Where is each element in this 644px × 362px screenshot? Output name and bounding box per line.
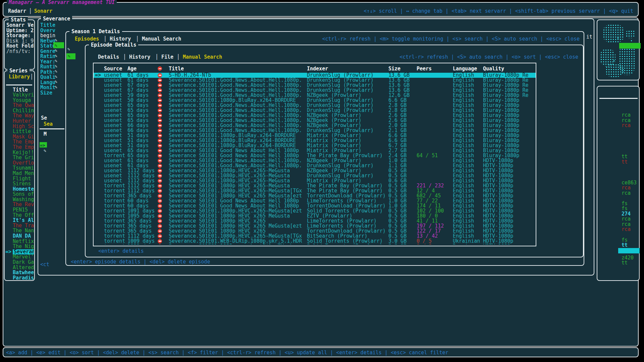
result-row[interactable]: usenet65 daysSeverance.S01E01.Good.News.…	[94, 113, 536, 118]
result-row[interactable]: usenet65 daysSeverance.S01E01.Good.News.…	[94, 118, 536, 123]
result-row[interactable]: usenet65 daysSeverance.S01E01.Good.News.…	[94, 103, 536, 108]
tab-radarr[interactable]: Radarr	[8, 8, 26, 14]
result-row[interactable]: torrent1112 daysSeverance.S01E01.1080p.H…	[94, 188, 536, 193]
cell-language: English	[453, 73, 483, 78]
cell-title: Severance S01E01 Good News About Hell 10…	[169, 198, 307, 203]
series-item[interactable]: It's Al	[5, 218, 34, 223]
cell-language: English	[453, 128, 483, 133]
series-item[interactable]: Paradis	[5, 276, 34, 281]
result-row[interactable]: usenet61 daysSeverance.S01E01.Good.News.…	[94, 158, 536, 163]
selected-season-row-fragment[interactable]: =>	[40, 142, 47, 147]
series-item[interactable]: Sirens	[5, 181, 34, 187]
series-item[interactable]: Washing	[5, 197, 34, 202]
tab-sonarr[interactable]: Sonarr	[34, 8, 52, 14]
series-item[interactable]: Overflo	[5, 161, 34, 166]
result-row[interactable]: torrent65 daysSeverance S01E01 Good News…	[94, 153, 536, 158]
result-row[interactable]: torrent1112 daysSeverance.S01E01.1080p.H…	[94, 234, 536, 239]
tab-manual-search[interactable]: Manual Search	[183, 54, 222, 60]
series-item[interactable]: Sons of	[5, 192, 34, 197]
result-row[interactable]: usenet51 daysSeverance.S01E01.1080p.BluR…	[94, 133, 536, 138]
no-entry-icon	[158, 219, 162, 223]
cell-indexer: Miatrix (Prowlarr)	[307, 138, 388, 143]
cell-size: 2.8 GB	[388, 103, 417, 108]
result-row[interactable]: torrent365 daysSeverance S01E01 1080p HE…	[94, 193, 536, 198]
tab-file[interactable]: File	[161, 54, 173, 60]
result-row[interactable]: usenet50 daysSeverance.S01E01.1080p.BluR…	[94, 98, 536, 103]
result-row[interactable]: usenet1112 daysSeverance.S01E01.1080p.HE…	[94, 178, 536, 183]
result-row[interactable]: torrent1095 daysSeverance S01E01 1080p H…	[94, 214, 536, 219]
series-item[interactable]: Mad Men	[5, 171, 34, 176]
series-item[interactable]: The Nan	[5, 228, 34, 234]
series-item[interactable]: Keijo!!	[5, 150, 34, 156]
result-row[interactable]: usenet59 daysSeverance.S01E01.Good.News.…	[94, 93, 536, 98]
series-item[interactable]: Valkyri	[5, 93, 34, 98]
series-item[interactable]: High Sc	[5, 124, 34, 129]
result-row[interactable]: usenet51 daysSeverance.S01E01.1080p.BluR…	[94, 143, 536, 148]
series-item[interactable]: The Emp	[5, 145, 34, 150]
result-row[interactable]: usenet61 daysSeverance.S01E01.Good.News.…	[94, 163, 536, 168]
cell-rejected	[158, 88, 169, 93]
result-row[interactable]: torrent1112 daysSeverance S01E01 1080p H…	[94, 183, 536, 188]
result-row[interactable]: usenet65 daysSeverance S01E01 Good News …	[94, 148, 536, 153]
tab-library[interactable]: Library	[9, 74, 30, 80]
series-item[interactable]: Netflix	[5, 239, 34, 244]
series-item[interactable]: Homeste	[5, 187, 34, 192]
cell-size: 0.5 GB	[388, 168, 417, 173]
selected-episode-green-row[interactable]: ✎	[66, 53, 75, 59]
result-row[interactable]: torrent60 daysSeverance S01E01 Good News…	[94, 203, 536, 208]
result-row[interactable]: torrent365 daysSeverance S01E01 1080p HE…	[94, 219, 536, 224]
series-item[interactable]: Dark Ga	[5, 260, 34, 265]
cell-age: 60 days	[127, 203, 158, 208]
series-item[interactable]: Tsunami	[5, 166, 34, 171]
result-row[interactable]: torrent1009 daysSeverance.S01E01.WEB-DLR…	[94, 239, 536, 244]
series-item[interactable]: The Nig	[5, 244, 34, 249]
tab-manual-search[interactable]: Manual Search	[142, 36, 181, 42]
series-item[interactable]: Altered	[5, 265, 34, 270]
series-item[interactable]: The Qwa	[5, 103, 34, 108]
cell-rejected	[158, 224, 169, 229]
tab-history[interactable]: History	[110, 36, 131, 42]
result-row[interactable]: torrent1090 daysSeverance.S01E01.1080p.r…	[94, 244, 536, 244]
series-item[interactable]: The Way	[5, 113, 34, 119]
series-item[interactable]: Mask Gi	[5, 134, 34, 140]
tab-details[interactable]: Details	[98, 54, 119, 60]
result-row[interactable]: usenet67 daysSeverance.S01E01.Good.News.…	[94, 83, 536, 88]
series-item[interactable]: Chillin	[5, 108, 34, 114]
series-item[interactable]: The Gri	[5, 155, 34, 161]
series-item[interactable]: Flight	[5, 176, 34, 182]
result-row[interactable]: usenet67 daysSeverance.S01E01.Good.News.…	[94, 88, 536, 93]
series-item[interactable]: Marvel'	[5, 254, 34, 260]
col-quality: Quality	[483, 66, 532, 72]
tab-episodes[interactable]: Episodes	[75, 36, 99, 42]
series-item[interactable]: Little	[5, 129, 34, 134]
cell-size: 0.5 GB	[388, 208, 417, 214]
series-item[interactable]: The Emp	[5, 139, 34, 145]
result-row[interactable]: usenet1112 daysSeverance.S01E01.1080p.HE…	[94, 173, 536, 178]
series-item[interactable]: The Off	[5, 213, 34, 218]
series-item[interactable]: PEN15	[5, 207, 34, 213]
result-row[interactable]: torrent365 daysSeverance S01E01 1080p HE…	[94, 224, 536, 229]
series-item[interactable]: The Rev	[5, 202, 34, 207]
result-row[interactable]: usenet66 daysSeverance.S01E01.Good.News.…	[94, 123, 536, 128]
result-row[interactable]: torrent60 daysSeverance S01E01 Good News…	[94, 198, 536, 203]
tab-history[interactable]: History	[129, 54, 150, 60]
result-row[interactable]: usenet51 daysSeverance.S01E01.1080p.BluR…	[94, 138, 536, 143]
result-row[interactable]: =>usenet61 daysS-HD.H.264-NTbDrunkenSlug…	[94, 73, 536, 78]
series-item[interactable]: Yosuga	[5, 98, 34, 103]
series-item[interactable]: DAN DA	[5, 234, 34, 239]
result-row[interactable]: torrent365 daysSeverance S01E01 1080p HE…	[94, 229, 536, 234]
series-item[interactable]: Batwhee	[5, 270, 34, 276]
result-row[interactable]: usenet1112 daysSeverance.S01E01.1080p.HE…	[94, 168, 536, 173]
series-item[interactable]: =>Severan	[5, 249, 34, 255]
cell-rejected	[158, 128, 169, 133]
series-item[interactable]: Hunter	[5, 119, 34, 124]
series-item[interactable]: The Tra	[5, 223, 34, 229]
cell-source: torrent	[104, 193, 127, 198]
footer-keybindings: <a> add | <e> edit | <o> sort | <del> de…	[6, 350, 448, 356]
result-row[interactable]: usenet65 daysSeverance.S01E01.Good.News.…	[94, 108, 536, 113]
cell-peers: 180 / 0	[417, 214, 453, 219]
result-row[interactable]: usenet66 daysSeverance.S01E01.Good.News.…	[94, 128, 536, 133]
result-row[interactable]: torrent1091 daysSeverance.S01E01.1080p.H…	[94, 208, 536, 214]
library-tab-separator: │	[30, 74, 33, 80]
result-row[interactable]: usenet61 daysSeverance.S01E01.Good.News.…	[94, 78, 536, 83]
